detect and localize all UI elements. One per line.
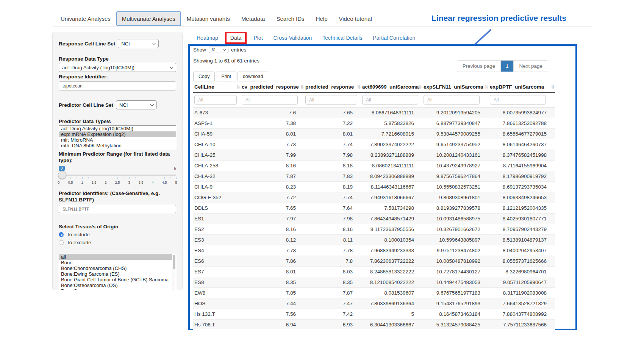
tissue-option[interactable]: Bone:Sarcoma (59, 288, 176, 290)
table-row: HOS7.447.477.803398691363649.15431765291… (193, 298, 555, 309)
cell-value: 10.2081240433161 (422, 150, 489, 161)
cell-value: 9.65149233754952 (422, 139, 489, 150)
sort-icon[interactable]: ⇅ (551, 84, 554, 90)
table-row: CHLA-327.877.838.094233068888899.8756759… (193, 171, 555, 182)
predictor-data-type-option[interactable]: exp: mRNA Expression (log2) (59, 131, 176, 137)
column-header-expslfn11-unisarcoma[interactable]: expSLFN11_uniSarcoma⇅ (422, 82, 489, 93)
cell-value: 6.88797739340847 (422, 118, 489, 129)
cell-value: 7.65 (304, 108, 361, 118)
slider-grid: 00.511.522.533.544.55 (59, 176, 176, 186)
radio-to-exclude[interactable]: To exclude (59, 240, 176, 245)
cell-line-name: ES7 (193, 267, 241, 277)
column-filter-input-act609699-unisarcoma[interactable] (362, 95, 418, 105)
tab-heatmap[interactable]: Heatmap (191, 32, 224, 44)
previous-page-button[interactable]: Previous page (457, 61, 500, 72)
tissue-option[interactable]: Bone:Osteosarcoma (OS) (59, 282, 176, 288)
cell-value: 7.581734298 (361, 203, 422, 214)
tab-technical-details[interactable]: Technical Details (317, 32, 367, 44)
tab-cross-validation[interactable]: Cross-Validation (268, 32, 317, 44)
nav-item-search-ids[interactable]: Search IDs (270, 11, 310, 26)
sort-icon[interactable]: ⇅ (418, 84, 421, 90)
tissue-option[interactable]: Bone (59, 260, 176, 265)
cell-value: 9.20120919594205 (422, 108, 489, 118)
cell-value: 7.74 (304, 192, 361, 203)
slider-tick-label: 0 (58, 180, 59, 184)
response-identifier-input[interactable] (59, 81, 176, 90)
slider-tick (123, 177, 124, 178)
download-button[interactable]: download (238, 72, 269, 81)
column-header-predicted-response[interactable]: predicted_response⇅ (304, 82, 361, 93)
column-filter-input-expslfn11-unisarcoma[interactable] (424, 95, 480, 105)
predictor-data-type-option[interactable]: mth: DNA 850K Methylation (59, 143, 176, 148)
column-filter-input-cv-predicted-response[interactable] (242, 95, 298, 105)
predictor-cell-line-set-select[interactable]: NCI (116, 100, 157, 109)
cell-value: 7.96883949233333 (361, 245, 422, 256)
response-cell-line-set-select[interactable]: NCI (118, 39, 159, 48)
sort-icon[interactable]: ⇅ (300, 84, 303, 90)
table-row: A-6737.67.658.086716483111119.2012091959… (193, 108, 555, 118)
cell-value: 5 (361, 309, 422, 320)
slider-tick-label: 2 (105, 180, 106, 184)
nav-item-metadata[interactable]: Metadata (236, 11, 271, 26)
tissue-option[interactable]: Bone:Ewing Sarcoma (ES) (59, 271, 176, 277)
tab-plot[interactable]: Plot (248, 32, 268, 44)
response-identifier-label: Response Identifier: (59, 74, 176, 80)
nav-item-video-tutorial[interactable]: Video tutorial (333, 11, 377, 26)
column-header-cellline[interactable]: CellLine⇅ (193, 82, 241, 93)
response-data-type-select[interactable]: act: Drug Activity (-log10[IC50M]) (59, 63, 176, 72)
print-button[interactable]: Print (216, 72, 236, 81)
nav-item-univariate-analyses[interactable]: Univariate Analyses (55, 11, 116, 26)
sort-icon[interactable]: ⇅ (357, 84, 360, 90)
cell-value: 9.53844579089255 (422, 129, 489, 139)
slider-tick (159, 177, 159, 178)
slider-track[interactable] (59, 175, 176, 176)
filter-cell (241, 93, 304, 108)
min-predictor-range-label: Minimum Predictor Range (for first liste… (59, 151, 176, 164)
slider-tick (135, 177, 136, 178)
tab-data[interactable]: Data (225, 32, 247, 44)
cell-value: 10.4494475483053 (422, 277, 489, 288)
next-page-button[interactable]: Next page (513, 61, 548, 72)
cell-value: 8.12100854022222 (361, 277, 422, 288)
predictor-identifiers-input[interactable] (59, 205, 176, 213)
column-header-cv-predicted-response[interactable]: cv_predicted_response⇅ (241, 82, 304, 93)
nav-item-multivariate-analyses[interactable]: Multivariate Analyses (116, 11, 181, 26)
slider-tick-label: 1 (81, 180, 83, 184)
column-filter-input-expbptf-unisarcoma[interactable] (490, 95, 546, 105)
scrollbar-thumb[interactable] (173, 255, 175, 269)
predictor-data-type-option[interactable]: act: Drug Activity (-log10[IC50M]) (59, 126, 176, 131)
column-header-expbptf-unisarcoma[interactable]: expBPTF_uniSarcoma⇅ (489, 82, 555, 93)
cell-value: 7.44 (241, 298, 304, 309)
response-data-type-label: Response Data Type (59, 56, 176, 62)
cell-line-name: A-673 (193, 108, 241, 118)
tissue-option[interactable]: Bone:Giant Cell Tumor of Bone (GCTB) Sar… (59, 277, 176, 282)
cell-value: 8.35 (241, 277, 304, 288)
cell-value: 7.88043774808992 (489, 309, 555, 320)
tab-partial-correlation[interactable]: Partial Correlation (367, 32, 420, 44)
chevron-down-icon (170, 65, 174, 69)
min-predictor-range-slider[interactable]: 0 5 00.511.522.533.544.55 (59, 166, 176, 187)
slider-tick (147, 177, 147, 178)
tissue-list-scrollbar[interactable] (172, 254, 176, 290)
table-row: ASPS-17.387.225.8758338266.8879773934084… (193, 118, 555, 129)
copy-button[interactable]: Copy (193, 72, 215, 81)
sort-icon[interactable]: ⇅ (485, 84, 488, 90)
sort-icon[interactable]: ⇅ (236, 84, 239, 90)
cell-value: 7.22 (304, 118, 361, 129)
column-filter-input-predicted-response[interactable] (305, 95, 357, 105)
column-header-act609699-unisarcoma[interactable]: act609699_uniSarcoma⇅ (361, 82, 422, 93)
show-entries-select[interactable]: 61 (209, 47, 228, 53)
cell-value: 8.69137293735034 (489, 182, 555, 192)
tissue-option[interactable]: all (59, 254, 176, 260)
page-1-button[interactable]: 1 (500, 61, 514, 72)
column-filter-input-cellline[interactable] (194, 95, 237, 105)
tissue-option[interactable]: Bone:Chondrosarcoma (CHS) (59, 265, 176, 271)
nav-item-mutation-variants[interactable]: Mutation variants (181, 11, 236, 26)
radio-to-include[interactable]: To include (59, 232, 176, 237)
predictor-data-type-option[interactable]: mir: MicroRNA (59, 137, 176, 143)
cell-line-name: DDLS (193, 203, 241, 214)
cell-value: 7.86613253092788 (489, 118, 555, 129)
slider-tick-label: 4.5 (162, 180, 167, 184)
nav-item-help[interactable]: Help (310, 11, 333, 26)
result-tabs: HeatmapDataPlotCross-ValidationTechnical… (191, 32, 420, 44)
